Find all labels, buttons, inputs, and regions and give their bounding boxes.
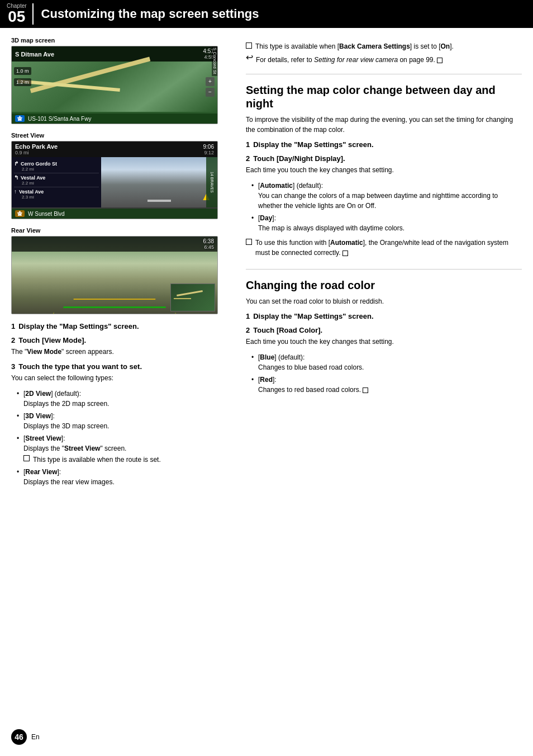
map-color-step-2-body: Each time you touch the key changes that… [246,165,522,175]
nav-3d-street: S Ditman Ave [15,51,54,58]
bullet-2d-desc: Displays the 2D map screen. [23,400,109,408]
bullet-2d-label: 2D View [25,390,51,398]
nav-street-time2: 9:12 [204,150,214,155]
left-steps: 1 Display the "Map Settings" screen. 2 T… [11,322,235,487]
street-side-panel: 14 BRAVES [206,157,217,207]
bullet-3d-label: 3D View [25,412,51,420]
nav-zoom-out-icon[interactable]: − [206,88,215,97]
divider-1 [246,74,522,74]
nav-3d-top-bar: S Ditman Ave 4:51 4:55 [12,46,217,62]
screenshot-rear-img: 6:38 6:45 [11,236,218,314]
map-color-step-1-number: 1 [246,140,250,149]
left-step-2: 2 Touch [View Mode]. The "View Mode" scr… [11,336,235,357]
map-color-step-1-header: 1 Display the "Map Settings" screen. [246,140,522,149]
bullet-street-label: Street View [25,434,61,442]
rear-mini-map-bg [171,284,215,311]
bullet-day-desc: The map is always displayed with daytime… [258,224,404,232]
nav-zoom-in-icon[interactable]: + [206,77,215,86]
bullet-rear-view: [Rear View]: Displays the rear view imag… [17,467,235,487]
road-color-step-1-title: Display the "Map Settings" screen. [253,312,373,320]
left-step-3-body-text: You can select the following types: [11,374,113,382]
bullet-red: [Red]: Changes to red based road colors. [251,375,522,395]
road-color-step-2-header: 2 Touch [Road Color]. [246,326,522,334]
bullet-3d-view: [3D View]: Displays the 3D map screen. [17,411,235,431]
map-color-step-2: 2 Touch [Day/Night Display]. Each time y… [246,154,522,175]
screenshot-3d-img: S Ditman Ave 4:51 4:55 1.0 m 1.2 m [11,46,218,124]
note-back-camera: This type is available when [Back Camera… [246,41,522,51]
bullet-blue-label: Blue [260,353,274,361]
street-view-note-text: This type is available when the route is… [33,455,161,465]
nav-street-name: Echo Park Ave [15,143,58,150]
nav-street-top-info: Echo Park Ave 0.9 mi [15,143,58,155]
section-road-color: Changing the road color You can set the … [246,278,522,395]
rear-guideline-yellow [73,299,155,300]
left-step-3-body: You can select the following types: [11,373,235,383]
map-color-step-2-header: 2 Touch [Day/Night Display]. [246,154,522,163]
divider-2 [246,269,522,270]
street-item-icon-0: ↱ Cerro Gordo St [14,160,99,167]
left-column: 3D map screen S Ditman Ave 4:51 4:55 1.0… [11,37,235,489]
street-item-icon-2: ↑ Vestal Ave [14,188,99,195]
map-color-step-2-title: Touch [Day/Night Display]. [253,154,345,163]
map-color-step-1: 1 Display the "Map Settings" screen. [246,140,522,149]
map-color-step-1-title: Display the "Map Settings" screen. [253,140,373,149]
chapter-header: Chapter 05 Customizing the map screen se… [0,0,533,28]
screenshot-3d-container: 3D map screen S Ditman Ave 4:51 4:55 1.0… [11,37,235,124]
note-rear-view-text: For details, refer to Setting for rear v… [256,55,442,65]
nav-3d-dist2: 1.2 m [14,78,31,86]
page-footer: 46 En [11,729,40,745]
page-content: 3D map screen S Ditman Ave 4:51 4:55 1.0… [0,28,533,498]
nav-rear-top-bar: 6:38 6:45 [12,237,217,252]
street-item-dist-2: 2.3 mi [14,195,99,200]
left-step-2-title: Touch [View Mode]. [18,336,86,344]
end-mark-2 [342,251,348,256]
end-mark-3 [363,388,368,393]
street-side-label: 14 BRAVES [210,172,214,193]
street-view-note: This type is available when the route is… [23,455,235,465]
section-road-color-intro: You can set the road color to bluish or … [246,296,522,306]
note-back-camera-text: This type is available when [Back Camera… [255,41,454,51]
section-map-color: Setting the map color change between day… [246,83,522,258]
road-color-step-2: 2 Touch [Road Color]. Each time you touc… [246,326,522,347]
nav-street-times: 9:06 9:12 [203,144,214,155]
bullet-day: [Day]: The map is always displayed with … [251,213,522,233]
nav-street-bottom-bar: 🛣 W Sunset Blvd [12,209,217,219]
section-road-color-title: Changing the road color [246,278,522,292]
road-color-step-1-number: 1 [246,312,250,320]
map-color-bullet-list: [Automatic] (default): You can change th… [246,181,522,233]
road-color-step-2-number: 2 [246,326,250,334]
note-rear-view-link: ↩ For details, refer to Setting for rear… [246,55,522,65]
screenshot-rear-container: Rear View 6:38 6:45 [11,227,235,314]
road-marking [147,200,171,202]
bullet-street-desc: Displays the "Street View" screen. [23,445,126,452]
chapter-title: Customizing the map screen settings [41,7,259,21]
road-color-step-1-header: 1 Display the "Map Settings" screen. [246,312,522,320]
nav-3d-bottom-road: US-101 S/Santa Ana Fwy [28,116,91,122]
rear-guideline-green [63,306,166,308]
bullet-blue-desc: Changes to blue based road colors. [258,363,364,371]
nav-street-bottom-road: W Sunset Blvd [28,211,65,217]
left-step-1-number: 1 [11,322,15,330]
screenshot-3d-label: 3D map screen [11,37,235,44]
bullet-blue: [Blue] (default): Changes to blue based … [251,352,522,372]
right-top-notes: This type is available when [Back Camera… [246,41,522,65]
rear-mini-road [177,290,203,296]
end-mark-1 [437,58,442,63]
left-step-3-number: 3 [11,362,15,371]
road-color-bullet-list: [Blue] (default): Changes to blue based … [246,352,522,395]
screenshot-rear-label: Rear View [11,227,235,234]
left-bullet-list: [2D View] (default): Displays the 2D map… [11,389,235,487]
note-square-icon-auto [246,239,252,245]
left-step-2-header: 2 Touch [View Mode]. [11,336,235,344]
bullet-day-label: Day [260,214,272,222]
bullet-red-desc: Changes to red based road colors. [258,386,368,394]
note-automatic-text: To use this function with [Automatic], t… [255,238,522,258]
nav-rear-time2: 6:45 [204,244,214,250]
note-automatic: To use this function with [Automatic], t… [246,238,522,258]
nav-street-item-2: ↑ Vestal Ave 2.3 mi [14,187,99,201]
bullet-rear-label: Rear View [25,468,57,476]
street-item-name-1: Vestal Ave [21,175,45,181]
bullet-automatic: [Automatic] (default): You can change th… [251,181,522,211]
left-step-2-body: The "View Mode" screen appears. [11,347,235,357]
screenshot-street-container: Street View Echo Park Ave 0.9 mi 9:06 9:… [11,132,235,219]
